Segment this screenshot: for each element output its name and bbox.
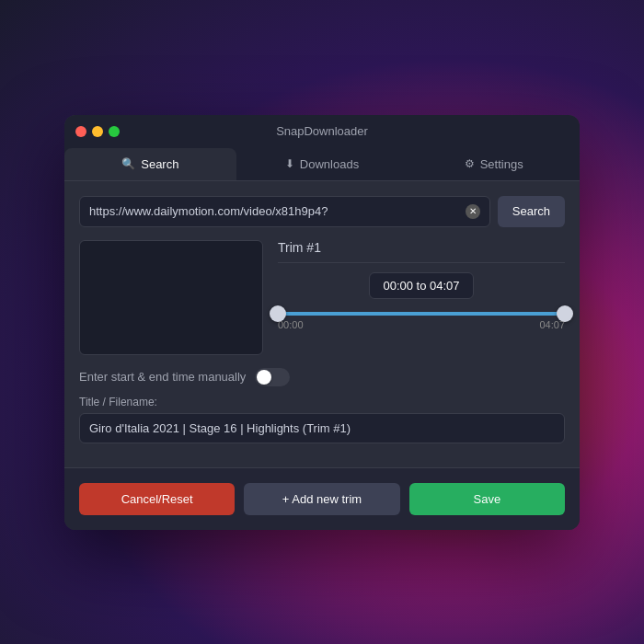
traffic-lights bbox=[75, 126, 120, 137]
tab-search-label: Search bbox=[141, 157, 178, 171]
slider-labels: 00:00 04:07 bbox=[278, 319, 565, 330]
main-content: ✕ Search Trim #1 00:00 to 04:07 bbox=[64, 181, 580, 467]
close-button[interactable] bbox=[75, 126, 86, 137]
manual-toggle-row: Enter start & end time manually bbox=[79, 368, 565, 386]
search-tab-icon: 🔍 bbox=[121, 157, 135, 170]
app-title: SnapDownloader bbox=[276, 124, 368, 138]
filename-input[interactable] bbox=[79, 413, 565, 443]
tab-search[interactable]: 🔍 Search bbox=[64, 148, 236, 180]
downloads-tab-icon: ⬇ bbox=[285, 157, 294, 170]
trim-title: Trim #1 bbox=[278, 240, 565, 263]
manual-toggle-switch[interactable] bbox=[255, 368, 290, 386]
video-area: Trim #1 00:00 to 04:07 00:00 04:07 bbox=[79, 240, 565, 355]
cancel-reset-button[interactable]: Cancel/Reset bbox=[79, 483, 235, 515]
tab-downloads[interactable]: ⬇ Downloads bbox=[236, 148, 408, 180]
minimize-button[interactable] bbox=[92, 126, 103, 137]
tab-downloads-label: Downloads bbox=[300, 157, 359, 171]
tab-bar: 🔍 Search ⬇ Downloads ⚙ Settings bbox=[64, 148, 580, 181]
trim-slider[interactable]: 00:00 04:07 bbox=[278, 312, 565, 330]
manual-toggle-label: Enter start & end time manually bbox=[79, 370, 246, 384]
tab-settings-label: Settings bbox=[480, 157, 523, 171]
slider-track bbox=[278, 312, 565, 316]
search-bar: ✕ Search bbox=[79, 196, 565, 227]
tab-settings[interactable]: ⚙ Settings bbox=[408, 148, 580, 180]
maximize-button[interactable] bbox=[109, 126, 120, 137]
add-trim-button[interactable]: + Add new trim bbox=[244, 483, 399, 515]
url-input-wrapper: ✕ bbox=[79, 196, 490, 227]
filename-section: Title / Filename: bbox=[79, 396, 565, 443]
slider-fill bbox=[278, 312, 565, 316]
search-button[interactable]: Search bbox=[498, 196, 565, 227]
settings-tab-icon: ⚙ bbox=[465, 157, 475, 170]
clear-button[interactable]: ✕ bbox=[466, 204, 480, 219]
toggle-knob bbox=[257, 370, 271, 385]
bottom-bar: Cancel/Reset + Add new trim Save bbox=[64, 467, 580, 530]
slider-thumb-right[interactable] bbox=[557, 305, 573, 322]
video-thumbnail bbox=[79, 240, 263, 355]
url-input[interactable] bbox=[89, 204, 466, 218]
slider-thumb-left[interactable] bbox=[270, 305, 286, 322]
app-window: SnapDownloader 🔍 Search ⬇ Downloads ⚙ Se… bbox=[64, 115, 580, 530]
titlebar: SnapDownloader bbox=[64, 115, 580, 148]
trim-time-display: 00:00 to 04:07 bbox=[369, 272, 473, 299]
filename-label: Title / Filename: bbox=[79, 396, 565, 408]
trim-panel: Trim #1 00:00 to 04:07 00:00 04:07 bbox=[278, 240, 565, 355]
save-button[interactable]: Save bbox=[409, 483, 565, 515]
